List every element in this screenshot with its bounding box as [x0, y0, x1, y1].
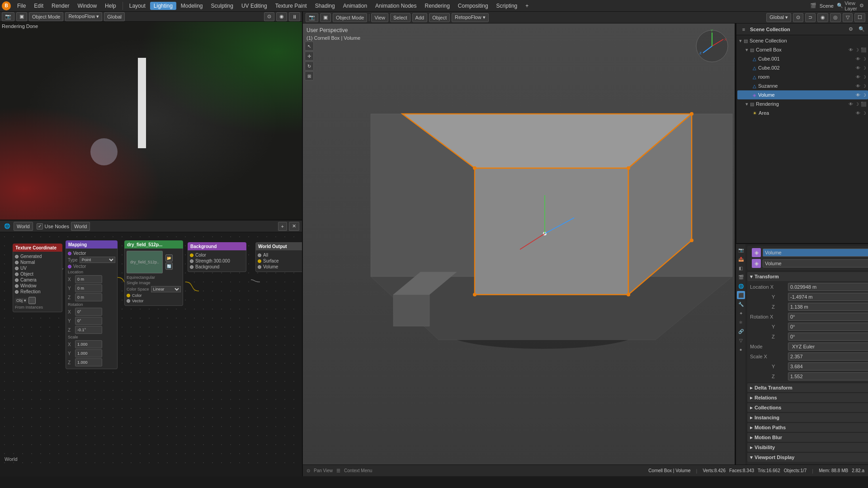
colorspace-select[interactable]: Linear	[151, 286, 181, 292]
viewport-mode-btn[interactable]: Object Mode	[333, 13, 367, 22]
viewport-type-btn[interactable]: ▣	[320, 13, 331, 22]
prop-icon-material[interactable]: ●	[737, 345, 745, 353]
bottom-context-icon[interactable]: ☰	[336, 468, 340, 473]
viewport-proportional-btn[interactable]: ⊃	[805, 13, 816, 22]
motion-paths-section-header[interactable]: ▸ Motion Paths	[747, 423, 868, 432]
node-editor-type[interactable]: 🌐	[3, 222, 12, 231]
data-name-field[interactable]: Volume	[763, 259, 868, 267]
outliner-item-cornell-box[interactable]: ▾ ▤ Cornell Box 👁 ☽ ⬛	[737, 45, 868, 54]
viewport-snap-btn[interactable]: ⊙	[793, 13, 803, 22]
relations-section-header[interactable]: ▸ Relations	[747, 393, 868, 402]
outliner-item-cube001[interactable]: △ Cube.001 👁 ☽	[737, 54, 868, 63]
menu-window[interactable]: Window	[74, 2, 100, 10]
render-retopo-btn[interactable]: RetopoFlow ▾	[65, 12, 102, 21]
tool-cursor[interactable]: ↖	[305, 42, 314, 51]
rot-y-field[interactable]: 0°	[788, 323, 868, 331]
viewport-3d[interactable]: User Perspective (1) Cornell Box | Volum…	[303, 23, 735, 465]
tool-rotate[interactable]: ↻	[305, 61, 314, 70]
img-browse-btn[interactable]: 📂	[165, 254, 173, 262]
render-viewport-type[interactable]: ▣	[16, 12, 27, 21]
rot-x-field[interactable]: 0°	[788, 313, 868, 321]
workspace-layout[interactable]: Layout	[126, 2, 149, 10]
prop-icon-scene[interactable]: 🎬	[737, 273, 745, 281]
outliner-type-icon[interactable]: ≡	[739, 25, 748, 34]
node-mapping[interactable]: Mapping Vector Type Point	[66, 240, 118, 369]
viewport-object-menu[interactable]: Object	[429, 13, 450, 22]
scale-x-field[interactable]: 2.357	[788, 352, 868, 361]
render-global-btn[interactable]: Global	[104, 12, 125, 21]
mapping-type-select[interactable]: Point	[80, 257, 115, 263]
outliner-item-volume[interactable]: ◈ Volume 👁 ☽	[737, 90, 868, 99]
viewport-display-section-header[interactable]: ▾ Viewport Display	[747, 453, 868, 462]
node-texture-coord[interactable]: Texture Coordinate Generated Normal UV O…	[13, 244, 62, 312]
render-shading-btn[interactable]: ◉	[276, 12, 287, 21]
node-editor-mode[interactable]: World	[14, 222, 33, 231]
scale-z-field[interactable]: 1.552	[788, 372, 868, 380]
outliner-search-btn[interactable]: 🔍	[857, 25, 866, 34]
outliner-item-scene-collection[interactable]: ▾ ▤ Scene Collection	[737, 36, 868, 45]
motion-blur-section-header[interactable]: ▸ Motion Blur	[747, 433, 868, 442]
viewport-shading-rendered[interactable]: ◎	[830, 13, 841, 22]
transform-section-header[interactable]: ▾ Transform	[747, 272, 868, 281]
workspace-rendering[interactable]: Rendering	[421, 2, 453, 10]
viewport-view-menu[interactable]: View	[371, 13, 388, 22]
workspace-sculpting[interactable]: Sculpting	[208, 2, 237, 10]
prop-icon-constraints[interactable]: 🔗	[737, 327, 745, 335]
render-overlay-btn[interactable]: ⊙	[264, 12, 274, 21]
prop-icon-output[interactable]: 📤	[737, 255, 745, 263]
node-world-selector[interactable]: World	[71, 222, 90, 231]
menu-edit[interactable]: Edit	[30, 2, 47, 10]
workspace-scripting[interactable]: Scripting	[493, 2, 521, 10]
viewport-xray-btn[interactable]: ☐	[854, 13, 865, 22]
workspace-compositing[interactable]: Compositing	[454, 2, 492, 10]
visibility-section-header[interactable]: ▸ Visibility	[747, 443, 868, 452]
viewport-add-menu[interactable]: Add	[412, 13, 428, 22]
menu-file[interactable]: File	[14, 2, 29, 10]
collections-section-header[interactable]: ▸ Collections	[747, 403, 868, 412]
prop-icon-render[interactable]: 📷	[737, 246, 745, 254]
node-image-texture[interactable]: dry_field_512p... dry_field_512p.. 📂 🔄 E…	[124, 240, 183, 306]
node-add-btn[interactable]: +	[278, 222, 287, 231]
outliner-item-cube002[interactable]: △ Cube.002 👁 ☽	[737, 63, 868, 72]
viewport-shading-solid[interactable]: ◉	[817, 13, 828, 22]
prop-icon-data[interactable]: ▽	[737, 336, 745, 344]
outliner-item-rendering[interactable]: ▾ ▤ Rendering 👁 ☽ ⬛	[737, 99, 868, 108]
menu-render[interactable]: Render	[48, 2, 73, 10]
outliner-item-area[interactable]: ☀ Area 👁 ☽	[737, 108, 868, 117]
loc-z-field[interactable]: 1.138 m	[788, 303, 868, 311]
prop-icon-object[interactable]: ⬛	[737, 291, 745, 299]
viewport-overlay-btn[interactable]: ▽	[843, 13, 853, 22]
prop-icon-particles[interactable]: ✦	[737, 309, 745, 317]
outliner-item-suzanne[interactable]: △ Suzanne 👁 ☽	[737, 81, 868, 90]
viewport-retopo-btn[interactable]: RetopoFlow ▾	[452, 13, 489, 22]
prop-icon-modifier[interactable]: 🔧	[737, 300, 745, 308]
loc-y-field[interactable]: -1.4974 m	[788, 293, 868, 301]
workspace-shading[interactable]: Shading	[311, 2, 339, 10]
bottom-mode-icon[interactable]: ⊙	[307, 468, 310, 473]
rotation-mode-select[interactable]: XYZ Euler	[788, 343, 868, 351]
node-close-btn[interactable]: ✕	[289, 222, 299, 231]
prop-icon-world[interactable]: 🌐	[737, 282, 745, 290]
workspace-texture-paint[interactable]: Texture Paint	[272, 2, 311, 10]
scene-selector[interactable]: 🎬	[809, 1, 818, 10]
tool-scale[interactable]: ⊞	[305, 71, 314, 80]
render-mode-btn[interactable]: Object Mode	[29, 12, 63, 21]
workspace-anim-nodes[interactable]: Animation Nodes	[372, 2, 420, 10]
node-world-output[interactable]: World Output All Surface V	[255, 242, 302, 272]
viewport-camera-icon[interactable]: 📷	[306, 13, 318, 22]
viewport-global-btn[interactable]: Global ▾	[766, 13, 791, 22]
filter-btn[interactable]: ⚙	[857, 1, 866, 10]
scale-y-field[interactable]: 3.684	[788, 362, 868, 371]
menu-help[interactable]: Help	[101, 2, 120, 10]
loc-x-field[interactable]: 0.029948 m	[788, 283, 868, 291]
img-reload-btn[interactable]: 🔄	[165, 263, 173, 270]
render-camera-btn[interactable]: 📷	[2, 12, 14, 21]
tool-move[interactable]: ✛	[305, 52, 314, 61]
workspace-add[interactable]: +	[522, 2, 532, 10]
viewport-select-menu[interactable]: Select	[390, 13, 410, 22]
use-nodes-checkbox[interactable]: ✓	[37, 223, 43, 230]
instancing-section-header[interactable]: ▸ Instancing	[747, 413, 868, 422]
workspace-uv[interactable]: UV Editing	[238, 2, 271, 10]
viewport-nav-gizmo[interactable]: X Y Z	[694, 28, 730, 64]
delta-section-header[interactable]: ▸ Delta Transform	[747, 383, 868, 392]
